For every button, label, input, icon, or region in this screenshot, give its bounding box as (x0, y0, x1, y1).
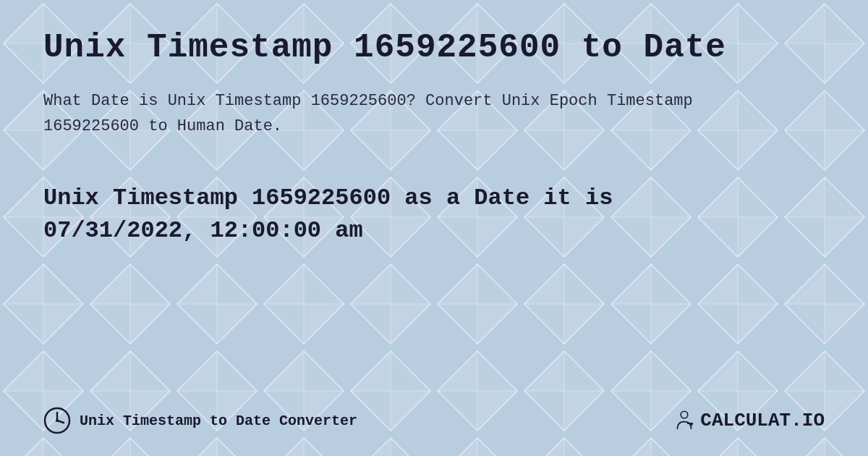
logo[interactable]: CALCULAT.IO (673, 409, 825, 432)
result-text: Unix Timestamp 1659225600 as a Date it i… (43, 182, 694, 248)
logo-icon (673, 409, 696, 432)
page-title: Unix Timestamp 1659225600 to Date (43, 29, 825, 67)
footer: Unix Timestamp to Date Converter CALCULA… (43, 407, 825, 434)
clock-icon (43, 407, 71, 434)
logo-text: CALCULAT.IO (700, 410, 825, 431)
footer-left[interactable]: Unix Timestamp to Date Converter (43, 407, 357, 434)
svg-point-15 (681, 411, 689, 418)
footer-link-text: Unix Timestamp to Date Converter (80, 413, 357, 429)
svg-point-14 (56, 419, 59, 422)
result-section: Unix Timestamp 1659225600 as a Date it i… (43, 182, 825, 248)
page-description: What Date is Unix Timestamp 1659225600? … (43, 88, 694, 139)
